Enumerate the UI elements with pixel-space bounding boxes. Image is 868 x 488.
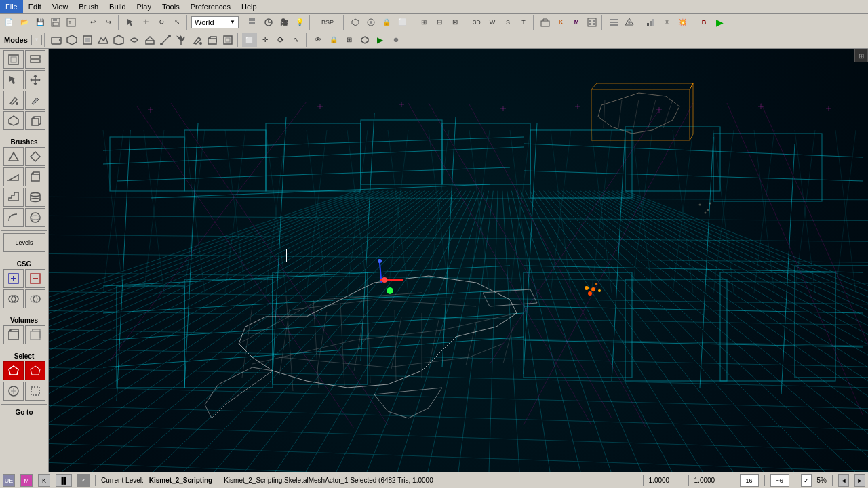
light-button[interactable]: 💡 <box>292 15 307 30</box>
csg-deintersect-btn[interactable] <box>25 289 45 308</box>
textured-button[interactable]: T <box>516 15 531 30</box>
status-end-icon2[interactable]: ► <box>854 474 865 487</box>
world-dropdown[interactable]: World ▼ <box>191 16 239 28</box>
camera-speed-button[interactable] <box>261 15 276 30</box>
undo-button[interactable]: ↩ <box>85 15 100 30</box>
collision-button[interactable]: 💥 <box>675 15 690 30</box>
cylinder-brush-btn[interactable] <box>25 188 45 207</box>
select-actor-btn[interactable] <box>3 361 24 380</box>
slope-brush-btn[interactable] <box>3 167 24 186</box>
stairs-brush-btn[interactable] <box>3 188 24 207</box>
status-icon3[interactable]: K <box>38 474 50 487</box>
polygon-btn[interactable] <box>3 111 24 130</box>
select-region-btn[interactable] <box>25 382 45 401</box>
lock-button[interactable]: 🔒 <box>379 15 394 30</box>
show-flags-button[interactable] <box>363 15 378 30</box>
view-levels-btn[interactable]: Levels <box>3 233 45 252</box>
sphere-brush-btn[interactable] <box>25 208 45 227</box>
matinee-button[interactable]: M <box>569 15 584 30</box>
geometry-mode-btn[interactable] <box>64 33 79 47</box>
csg-intersect-btn[interactable] <box>3 289 24 308</box>
menu-build[interactable]: Build <box>104 0 131 13</box>
eraser-btn[interactable] <box>25 91 45 110</box>
record-btn[interactable]: ⏺ <box>389 33 403 47</box>
dynamic-mesh-mode-btn[interactable] <box>127 33 142 47</box>
menu-brush[interactable]: Brush <box>73 0 104 13</box>
csg-add-btn[interactable] <box>3 269 24 288</box>
volume-add-btn[interactable] <box>3 325 24 344</box>
status-lod-input[interactable]: 16 <box>740 474 759 487</box>
perspective-button[interactable]: 3D <box>469 15 484 30</box>
modes-expand[interactable]: ▼ <box>31 35 42 45</box>
kismet-button[interactable]: K <box>553 15 568 30</box>
brush-builder-button[interactable]: BSP <box>314 15 341 30</box>
region-mode-btn[interactable] <box>220 33 235 47</box>
select-all-button[interactable]: ⬜ <box>395 15 410 30</box>
curved-stairs-btn[interactable] <box>3 208 24 227</box>
camera-button[interactable]: 🎥 <box>277 15 292 30</box>
select-tool-button[interactable] <box>123 15 138 30</box>
box-brush-btn[interactable] <box>25 167 45 186</box>
status-detail-input[interactable]: ~6 <box>770 474 789 487</box>
volume-remove-btn[interactable] <box>25 325 45 344</box>
cover-mode-btn[interactable] <box>142 33 157 47</box>
foliage-mode-btn[interactable] <box>174 33 189 47</box>
status-end-icon1[interactable]: ◄ <box>838 474 849 487</box>
build-all-button[interactable]: B <box>696 15 711 30</box>
deselect-actor-btn[interactable] <box>25 361 45 380</box>
status-icon2[interactable]: M <box>20 474 33 487</box>
menu-play[interactable]: Play <box>132 0 157 13</box>
volume-mode-btn[interactable] <box>205 33 220 47</box>
redo-button[interactable]: ↪ <box>101 15 116 30</box>
actor-classes-button[interactable] <box>538 15 553 30</box>
select-mode-btn[interactable]: ⬜ <box>242 33 257 47</box>
status-icon4[interactable]: ▐▌ <box>56 474 72 487</box>
gizmo-x-handle[interactable] <box>382 277 387 283</box>
grid-snap-button[interactable] <box>245 15 260 30</box>
invert-selection-btn[interactable] <box>3 382 24 401</box>
cube-btn[interactable] <box>25 111 45 130</box>
snap-surface-btn[interactable]: ⊞ <box>342 33 357 47</box>
path-mode-btn[interactable] <box>158 33 173 47</box>
scale-mode-btn[interactable]: ⤡ <box>289 33 304 47</box>
menu-file[interactable]: File <box>0 0 23 13</box>
menu-preferences[interactable]: Preferences <box>185 0 236 13</box>
level-manager-button[interactable] <box>606 15 621 30</box>
paint-brush-btn[interactable] <box>3 91 24 110</box>
layer-btn[interactable] <box>25 50 45 69</box>
wireframe-button[interactable]: W <box>485 15 500 30</box>
translate-mode-btn[interactable]: ✛ <box>258 33 273 47</box>
merge-button[interactable]: ⊞ <box>416 15 431 30</box>
select-all-panel-btn[interactable] <box>3 70 24 89</box>
rotate-tool-button[interactable]: ↻ <box>154 15 169 30</box>
menu-edit[interactable]: Edit <box>23 0 47 13</box>
new-button[interactable]: 📄 <box>1 15 16 30</box>
paint-mode-btn[interactable] <box>189 33 204 47</box>
scene-tree-btn[interactable] <box>3 50 24 69</box>
terrain-mode-btn[interactable] <box>96 33 111 47</box>
content-browser-button[interactable] <box>585 15 599 30</box>
gizmo-z-handle[interactable] <box>387 287 393 294</box>
polygon-select-btn[interactable] <box>357 33 372 47</box>
save-as-button[interactable] <box>48 15 63 30</box>
rotate-mode-btn[interactable]: ⟳ <box>273 33 288 47</box>
import-button[interactable]: ⇑ <box>64 15 79 30</box>
group-button[interactable]: ⊟ <box>432 15 447 30</box>
camera-mode-btn[interactable] <box>49 33 64 47</box>
gizmo-y-handle[interactable] <box>378 259 382 263</box>
play-button[interactable]: ▶ <box>712 15 727 30</box>
menu-help[interactable]: Help <box>236 0 262 13</box>
move-tool-button[interactable]: ✛ <box>138 15 153 30</box>
open-button[interactable]: 📂 <box>17 15 32 30</box>
tri-brush-btn[interactable] <box>3 147 24 166</box>
status-icon5[interactable]: ✓ <box>77 474 90 487</box>
play-viewport-btn[interactable]: ▶ <box>373 33 388 47</box>
bsp-mode-btn[interactable] <box>80 33 95 47</box>
scale-tool-button[interactable]: ⤡ <box>170 15 184 30</box>
lock-selection-btn[interactable]: 🔒 <box>326 33 341 47</box>
status-icon1[interactable]: UE <box>3 474 15 487</box>
physics-button[interactable]: ⚛ <box>659 15 674 30</box>
status-checkbox1[interactable]: ✓ <box>801 474 812 487</box>
csg-subtract-btn[interactable] <box>25 269 45 288</box>
save-button[interactable]: 💾 <box>33 15 47 30</box>
